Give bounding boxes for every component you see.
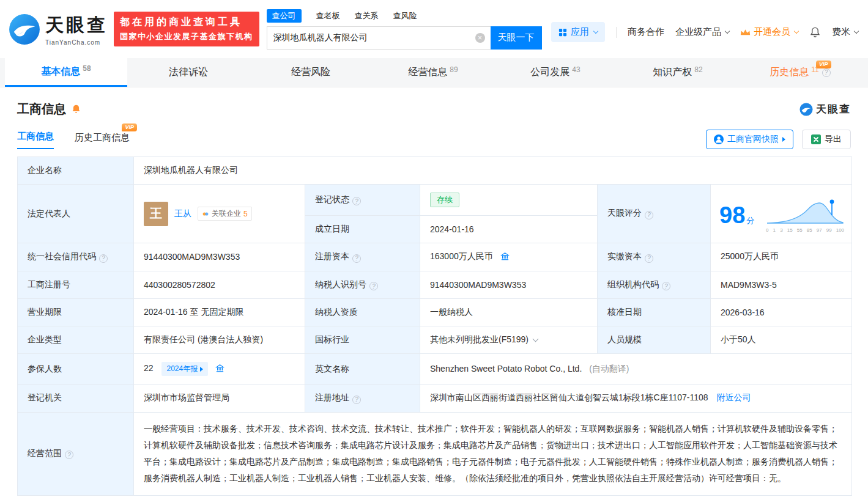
search-button[interactable]: 天眼一下 <box>491 26 542 50</box>
chevron-down-icon <box>593 28 598 33</box>
nav-open-membership[interactable]: 开通会员 <box>740 26 798 38</box>
slogan-banner: 都在用的商业查询工具 国家中小企业发展子基金旗下机构 <box>114 12 259 46</box>
clear-search-icon[interactable] <box>475 33 485 43</box>
help-icon[interactable] <box>662 282 670 290</box>
staff-size-label: 人员规模 <box>598 326 711 354</box>
arrow-right-icon <box>200 367 203 372</box>
nav-cooperation[interactable]: 商务合作 <box>628 26 664 38</box>
nav-divider <box>616 27 617 38</box>
industry-label: 国标行业 <box>305 326 420 354</box>
subtab-label: 历史工商信息 <box>75 132 130 142</box>
score-cell[interactable]: 98分 01 315 5585 9799 100 <box>711 185 852 243</box>
related-label: 关联企业 <box>212 208 241 219</box>
section-title: 工商信息 <box>17 101 66 117</box>
search-area: 查公司 查老板 查关系 查风险 天眼一下 <box>267 9 542 50</box>
annual-report-badge[interactable]: 2024年报 <box>161 362 208 376</box>
capital-record-icon[interactable] <box>500 252 510 261</box>
subscribe-bell-icon[interactable] <box>71 104 81 114</box>
help-icon[interactable] <box>645 211 653 219</box>
tab-basic-info[interactable]: 基本信息 58 <box>5 58 127 87</box>
chevron-down-icon[interactable] <box>533 336 539 342</box>
related-companies-badge[interactable]: 关联企业 5 <box>198 207 252 221</box>
reg-number-value: 440300280572802 <box>134 271 305 299</box>
tab-label: 法律诉讼 <box>169 66 208 79</box>
tab-count: 89 <box>450 65 458 74</box>
help-icon[interactable] <box>645 254 653 263</box>
search-input[interactable] <box>267 27 491 49</box>
tianyancha-wave-icon <box>9 13 40 45</box>
help-icon[interactable] <box>65 451 73 459</box>
paid-capital-value: 25000万人民币 <box>711 243 852 271</box>
legal-rep-link[interactable]: 王从 <box>174 208 191 219</box>
table-row: 法定代表人 王 王从 关联企业 5 登记状态 存续 <box>18 185 852 216</box>
avatar-char: 王 <box>150 205 162 222</box>
approval-date-label: 核准日期 <box>598 299 711 326</box>
taxpayer-quality-value: 一般纳税人 <box>420 299 598 326</box>
nearby-companies-link[interactable]: 附近公司 <box>716 392 751 402</box>
nav-enterprise-products[interactable]: 企业级产品 <box>675 26 729 38</box>
reg-authority-value: 深圳市市场监督管理局 <box>134 385 305 413</box>
subtab-business-info[interactable]: 工商信息 <box>17 131 54 149</box>
reg-status-value: 存续 <box>420 185 598 216</box>
legal-rep-label: 法定代表人 <box>18 185 134 243</box>
tianyancha-logo[interactable]: 天眼查 TianYanCha.com <box>9 13 108 46</box>
tab-count: 82 <box>694 65 702 74</box>
tab-operating-risk[interactable]: 经营风险 <box>250 58 372 87</box>
tab-label: 历史信息 <box>770 66 809 79</box>
company-name-label: 企业名称 <box>18 157 134 185</box>
membership-label: 开通会员 <box>754 26 790 38</box>
search-tab-relation[interactable]: 查关系 <box>355 10 379 21</box>
snapshot-label: 工商官网快照 <box>727 134 779 145</box>
tab-legal-proceedings[interactable]: 法律诉讼 <box>127 58 250 87</box>
export-button[interactable]: 导出 <box>802 130 851 149</box>
vip-badge: VIP <box>122 123 137 131</box>
business-term-value: 2024-01-16 至 无固定期限 <box>134 299 305 326</box>
insured-record-icon[interactable] <box>215 364 224 373</box>
english-name-label: 英文名称 <box>305 354 420 385</box>
score-distribution-chart: 01 315 5585 9799 100 <box>765 197 845 233</box>
help-icon[interactable] <box>352 254 361 263</box>
tab-history-info[interactable]: VIP 历史信息 11 <box>739 58 861 87</box>
search-tab-boss[interactable]: 查老板 <box>316 10 340 21</box>
tab-intellectual-property[interactable]: 知识产权 82 <box>617 58 739 87</box>
help-icon[interactable] <box>822 68 831 77</box>
subtab-history-business-info[interactable]: VIP 历史工商信息 <box>75 132 130 149</box>
reg-authority-label: 登记机关 <box>18 385 134 413</box>
nav-user-account[interactable]: 费米 <box>832 26 858 38</box>
official-snapshot-button[interactable]: 工商官网快照 <box>706 130 793 149</box>
taxpayer-id-value: 91440300MAD9M3W353 <box>420 271 598 299</box>
org-code-label: 组织机构代码 <box>598 271 711 299</box>
tab-label: 经营信息 <box>408 66 447 79</box>
help-icon[interactable] <box>99 254 108 263</box>
chevron-down-icon <box>725 28 730 33</box>
help-icon[interactable] <box>352 197 361 205</box>
english-name-value: Shenzhen Sweet Potato Robot Co., Ltd. (自… <box>420 354 852 385</box>
arrow-right-icon <box>782 137 785 142</box>
search-tab-risk[interactable]: 查风险 <box>393 10 417 21</box>
score-unit: 分 <box>746 216 754 225</box>
bell-icon[interactable] <box>809 26 821 38</box>
subtab-row: 工商信息 VIP 历史工商信息 工商官网快照 导出 <box>17 130 851 149</box>
taxpayer-id-label: 纳税人识别号 <box>305 271 420 299</box>
tab-count: 43 <box>572 65 580 74</box>
insured-value: 22 2024年报 <box>134 354 305 385</box>
industry-value: 其他未列明批发业(F5199) <box>420 326 598 354</box>
help-icon[interactable] <box>352 396 361 404</box>
excel-icon <box>811 134 821 144</box>
brand-domain: TianYanCha.com <box>45 39 108 46</box>
reg-address-value: 深圳市南山区西丽街道西丽社区留仙大道创智云城1标段1栋C座1107-1108 附… <box>420 385 852 413</box>
table-row: 登记机关 深圳市市场监督管理局 注册地址 深圳市南山区西丽街道西丽社区留仙大道创… <box>18 385 852 413</box>
slogan-line1: 都在用的商业查询工具 <box>120 16 253 29</box>
watermark-logo: 天眼查 <box>799 102 851 116</box>
help-icon[interactable] <box>369 282 378 290</box>
crown-icon <box>740 29 751 36</box>
tab-company-development[interactable]: 公司发展 43 <box>494 58 617 87</box>
score-value: 98 <box>719 202 745 228</box>
reg-capital-label: 注册资本 <box>305 243 420 271</box>
top-header: 天眼查 TianYanCha.com 都在用的商业查询工具 国家中小企业发展子基… <box>0 0 868 58</box>
legal-rep-avatar[interactable]: 王 <box>144 202 168 226</box>
tab-operating-info[interactable]: 经营信息 89 <box>372 58 494 87</box>
apps-menu[interactable]: 应用 <box>551 22 605 42</box>
search-tab-company[interactable]: 查公司 <box>267 9 302 23</box>
related-company-icon <box>202 210 209 218</box>
